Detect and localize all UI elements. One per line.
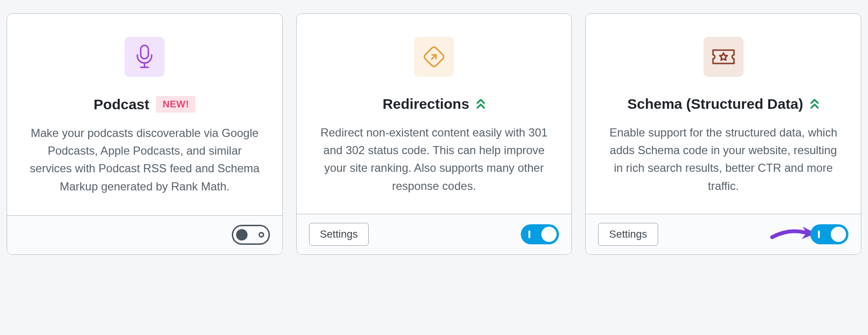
card-title: Redirections [382, 96, 469, 112]
svg-rect-0 [141, 45, 148, 59]
card-description: Enable support for the structured data, … [605, 124, 842, 195]
card-schema: Schema (Structured Data) Enable support … [585, 13, 861, 255]
module-toggle[interactable] [232, 225, 270, 245]
card-body: Redirections Redirect non-existent conte… [297, 14, 572, 214]
card-footer: Settings [586, 214, 861, 254]
chevron-double-up-icon [476, 98, 486, 110]
new-badge: NEW! [156, 96, 196, 113]
card-title: Schema (Structured Data) [627, 96, 803, 112]
card-title-row: Redirections [382, 96, 486, 112]
svg-marker-4 [720, 53, 727, 60]
module-toggle[interactable] [810, 224, 848, 244]
settings-button[interactable]: Settings [309, 223, 369, 246]
settings-button[interactable]: Settings [598, 223, 658, 246]
card-title-row: Schema (Structured Data) [627, 96, 819, 112]
card-footer: Settings [297, 214, 572, 254]
card-description: Make your podcasts discoverable via Goog… [26, 124, 263, 195]
redirect-icon [414, 37, 454, 77]
ticket-icon [703, 37, 744, 77]
card-footer [7, 215, 282, 254]
card-body: Schema (Structured Data) Enable support … [586, 14, 861, 214]
chevron-double-up-icon [810, 98, 819, 110]
module-cards-row: Podcast NEW! Make your podcasts discover… [7, 13, 861, 255]
card-description: Redirect non-existent content easily wit… [316, 124, 553, 195]
card-title-row: Podcast NEW! [93, 96, 196, 113]
mic-icon [124, 37, 165, 77]
arrow-annotation-icon [769, 224, 817, 245]
card-podcast: Podcast NEW! Make your podcasts discover… [7, 13, 283, 255]
card-title: Podcast [93, 96, 149, 113]
module-toggle[interactable] [521, 224, 559, 244]
card-body: Podcast NEW! Make your podcasts discover… [7, 14, 282, 215]
card-redirections: Redirections Redirect non-existent conte… [296, 13, 572, 255]
